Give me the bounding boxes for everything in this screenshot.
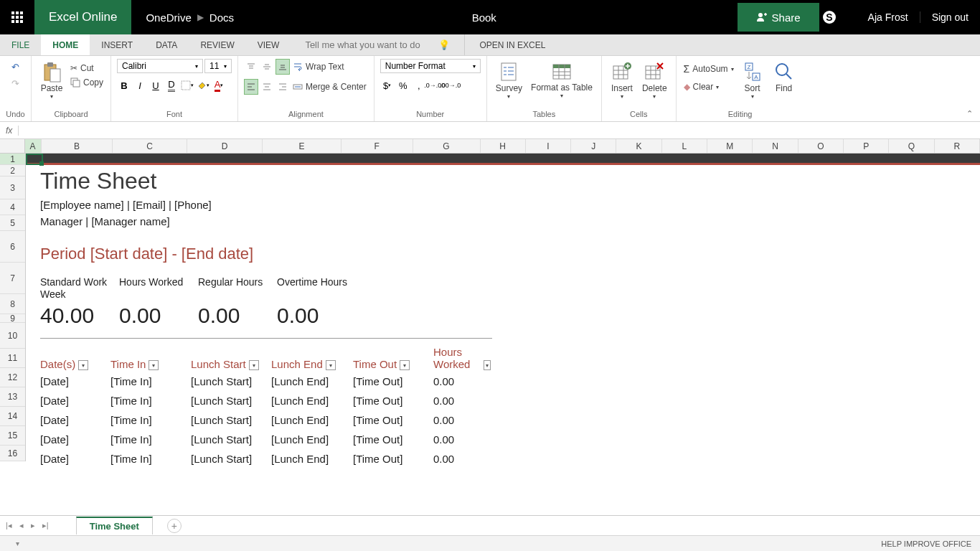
row-header[interactable]: 11 (0, 349, 25, 368)
table-cell[interactable]: 0.00 (433, 433, 491, 446)
column-header[interactable]: I (526, 139, 571, 153)
table-cell[interactable]: [Lunch Start] (191, 414, 271, 426)
survey-button[interactable]: Survey▾ (493, 59, 525, 101)
column-header[interactable]: K (616, 139, 661, 153)
column-header-cell[interactable]: Lunch Start▾ (191, 346, 271, 372)
table-cell[interactable]: [Date] (40, 375, 110, 387)
format-as-table-button[interactable]: Format as Table▾ (528, 59, 595, 100)
tab-data[interactable]: DATA (144, 34, 189, 55)
row-header[interactable]: 14 (0, 407, 25, 426)
redo-button[interactable]: ↷ (11, 78, 19, 89)
table-cell[interactable]: [Lunch End] (271, 433, 353, 446)
filter-icon[interactable]: ▾ (484, 360, 491, 370)
tell-me-input[interactable] (305, 39, 434, 50)
table-cell[interactable]: [Time Out] (353, 395, 433, 407)
undo-button[interactable]: ↶ (11, 62, 19, 72)
tab-view[interactable]: VIEW (246, 34, 291, 55)
breadcrumb[interactable]: OneDrive ▶ Docs (131, 11, 234, 24)
column-header[interactable]: R (935, 139, 980, 153)
borders-button[interactable]: ▾ (180, 77, 194, 93)
table-cell[interactable]: [Time Out] (353, 414, 433, 426)
filter-icon[interactable]: ▾ (149, 360, 159, 370)
column-header[interactable]: L (662, 139, 707, 153)
help-improve-link[interactable]: HELP IMPROVE OFFICE (881, 540, 971, 548)
add-sheet-button[interactable]: + (167, 519, 182, 533)
italic-button[interactable]: I (133, 77, 147, 93)
table-cell[interactable]: [Time Out] (353, 375, 433, 387)
table-cell[interactable]: [Time In] (110, 414, 191, 426)
collapse-ribbon-button[interactable]: ⌃ (966, 109, 973, 118)
align-right-button[interactable] (275, 79, 290, 95)
sheet-nav-first[interactable]: |◂ (6, 521, 12, 530)
table-cell[interactable]: [Lunch End] (271, 453, 353, 465)
tab-home[interactable]: HOME (41, 34, 90, 55)
column-header[interactable]: B (42, 139, 113, 153)
table-cell[interactable]: [Time In] (110, 375, 191, 387)
cut-button[interactable]: ✂ Cut (69, 62, 105, 75)
font-size-select[interactable]: 11▾ (204, 59, 232, 73)
open-in-excel[interactable]: OPEN IN EXCEL (464, 34, 545, 55)
align-center-button[interactable] (260, 79, 274, 95)
insert-cells-button[interactable]: Insert▾ (608, 59, 636, 101)
table-cell[interactable]: [Time In] (110, 433, 191, 446)
merge-center-button[interactable]: Merge & Center (291, 80, 368, 93)
column-header[interactable]: J (571, 139, 616, 153)
table-cell[interactable]: [Time In] (110, 453, 191, 465)
column-header[interactable]: E (263, 139, 341, 153)
sheet-nav-prev[interactable]: ◂ (19, 521, 24, 530)
row-header[interactable]: 7 (0, 263, 25, 294)
column-header[interactable]: D (187, 139, 263, 153)
table-cell[interactable]: 0.00 (433, 395, 491, 407)
filter-icon[interactable]: ▾ (326, 360, 336, 370)
table-cell[interactable]: [Date] (40, 414, 110, 426)
table-cell[interactable]: [Time Out] (353, 453, 433, 465)
font-name-select[interactable]: Calibri▾ (117, 59, 203, 73)
sheet-nav-last[interactable]: ▸| (42, 521, 49, 530)
column-header-cell[interactable]: Date(s)▾ (40, 346, 110, 372)
sheet-tab-active[interactable]: Time Sheet (76, 517, 153, 534)
row-header[interactable]: 9 (0, 314, 25, 323)
tab-review[interactable]: REVIEW (189, 34, 245, 55)
decrease-decimal-button[interactable]: .00→.0 (443, 77, 458, 93)
table-cell[interactable]: [Lunch End] (271, 395, 353, 407)
table-cell[interactable]: 0.00 (433, 453, 491, 465)
row-header[interactable]: 15 (0, 426, 25, 446)
column-header-cell[interactable]: Lunch End▾ (271, 346, 353, 372)
autosum-button[interactable]: Σ AutoSum ▾ (682, 62, 735, 76)
row-header[interactable]: 8 (0, 294, 25, 314)
row-header[interactable]: 10 (0, 323, 25, 349)
double-underline-button[interactable]: D (164, 77, 179, 93)
row-header[interactable]: 5 (0, 215, 25, 231)
share-button[interactable]: Share (738, 3, 819, 32)
align-left-button[interactable] (244, 79, 258, 95)
table-cell[interactable]: [Time In] (110, 395, 191, 407)
row-header[interactable]: 13 (0, 387, 25, 407)
column-header[interactable]: P (844, 139, 889, 153)
breadcrumb-folder[interactable]: Docs (209, 11, 234, 24)
filter-icon[interactable]: ▾ (249, 360, 259, 370)
filter-icon[interactable]: ▾ (400, 360, 410, 370)
table-cell[interactable]: [Lunch Start] (191, 433, 271, 446)
currency-button[interactable]: $▾ (380, 77, 395, 93)
column-header-cell[interactable]: Time Out▾ (353, 346, 433, 372)
sort-button[interactable]: ZA Sort▾ (738, 59, 767, 101)
wrap-text-button[interactable]: Wrap Text (291, 60, 346, 73)
paste-button[interactable]: Paste▾ (37, 59, 66, 101)
table-cell[interactable]: 0.00 (433, 375, 491, 387)
row-header[interactable]: 6 (0, 231, 25, 263)
align-top-button[interactable] (244, 59, 258, 75)
find-button[interactable]: Find (770, 59, 798, 95)
table-cell[interactable]: [Time Out] (353, 433, 433, 446)
column-header[interactable]: G (413, 139, 481, 153)
delete-cells-button[interactable]: Delete▾ (639, 59, 670, 101)
align-bottom-button[interactable] (275, 59, 290, 75)
user-name[interactable]: Aja Frost (857, 11, 920, 23)
document-title[interactable]: Book (234, 11, 735, 24)
clear-button[interactable]: ◆ Clear ▾ (682, 80, 735, 93)
bold-button[interactable]: B (117, 77, 131, 93)
breadcrumb-root[interactable]: OneDrive (146, 11, 191, 24)
column-header[interactable]: N (753, 139, 798, 153)
table-cell[interactable]: [Date] (40, 433, 110, 446)
column-header[interactable]: O (798, 139, 844, 153)
grid-cells[interactable]: Time Sheet [Employee name] | [Email] | [… (26, 154, 980, 461)
